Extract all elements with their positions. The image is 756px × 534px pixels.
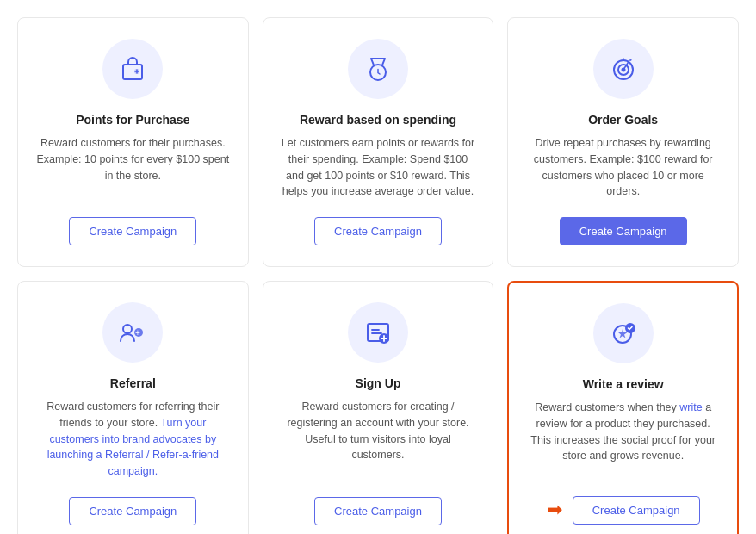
create-campaign-button-reward-based-on-spending[interactable]: Create Campaign	[314, 217, 442, 245]
campaign-card-referral: + Referral Reward customers for referrin…	[17, 281, 249, 534]
card-desc-order-goals: Drive repeat purchases by rewarding cust…	[525, 135, 721, 200]
card-desc-points-for-purchase: Reward customers for their purchases. Ex…	[35, 135, 231, 200]
campaign-card-sign-up: Sign Up Reward customers for creating / …	[263, 281, 494, 534]
campaign-card-write-a-review: Write a review Reward customers when the…	[507, 281, 739, 534]
create-campaign-button-order-goals[interactable]: Create Campaign	[560, 217, 687, 245]
create-campaign-button-write-a-review[interactable]: Create Campaign	[573, 496, 700, 525]
svg-text:+: +	[135, 328, 140, 338]
card-desc-reward-based-on-spending: Let customers earn points or rewards for…	[281, 135, 476, 200]
referral-icon: +	[102, 302, 163, 363]
campaign-card-points-for-purchase: Points for Purchase Reward customers for…	[17, 17, 249, 267]
campaign-card-order-goals: Order Goals Drive repeat purchases by re…	[507, 17, 739, 267]
arrow-icon: ➡	[547, 499, 562, 521]
card-title-points-for-purchase: Points for Purchase	[76, 113, 189, 127]
card-button-arrow-container-write-a-review: ➡ Create Campaign	[547, 496, 700, 525]
card-desc-sign-up: Reward customers for creating / register…	[281, 399, 476, 480]
signup-icon	[348, 302, 408, 363]
create-campaign-button-points-for-purchase[interactable]: Create Campaign	[69, 217, 196, 245]
card-title-sign-up: Sign Up	[356, 376, 401, 390]
card-title-referral: Referral	[110, 376, 156, 390]
card-desc-write-a-review: Reward customers when they write a revie…	[526, 400, 720, 479]
target-icon	[593, 39, 654, 99]
card-title-reward-based-on-spending: Reward based on spending	[300, 113, 456, 127]
card-title-order-goals: Order Goals	[588, 113, 658, 127]
review-icon	[593, 303, 654, 363]
card-title-write-a-review: Write a review	[583, 377, 664, 391]
shopping-bag-icon	[102, 39, 163, 99]
create-campaign-button-sign-up[interactable]: Create Campaign	[314, 497, 442, 525]
svg-point-7	[123, 325, 132, 333]
create-campaign-button-referral[interactable]: Create Campaign	[69, 497, 196, 525]
medal-icon	[348, 39, 408, 99]
campaign-card-reward-based-on-spending: Reward based on spending Let customers e…	[263, 17, 494, 267]
campaign-grid: Points for Purchase Reward customers for…	[9, 9, 747, 534]
card-desc-referral: Reward customers for referring their fri…	[35, 399, 231, 480]
